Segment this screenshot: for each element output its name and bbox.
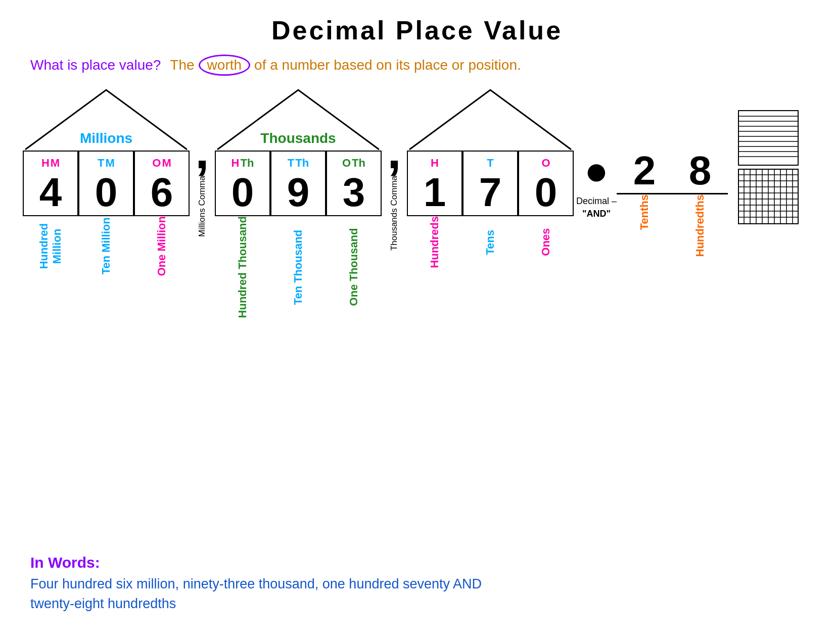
cell-h-header: H <box>431 157 439 170</box>
millions-comma-group: , Millions Comma <box>192 85 212 239</box>
cell-o-header: O <box>541 157 550 170</box>
hundredths-value: 8 <box>672 151 728 194</box>
cell-h-value: 1 <box>424 172 446 213</box>
cell-t: T 7 <box>462 151 518 216</box>
hundred-thousand-label: Hundred Thousand <box>236 216 249 320</box>
cell-hm-m: M <box>51 157 60 170</box>
hundredths-cell: 8 <box>672 151 728 194</box>
millions-comma-symbol: , <box>192 125 212 176</box>
cell-om-m: M <box>162 157 171 170</box>
hundredths-label: Hundredths <box>693 194 707 259</box>
ten-thousand-wrapper: Ten Thousand <box>270 216 326 320</box>
cell-tm-t: T <box>98 157 104 170</box>
subtitle-question: What is place value? <box>30 57 161 73</box>
grid-images <box>738 110 799 224</box>
cell-o-value: 0 <box>535 172 558 213</box>
decimal-and-label: "AND" <box>576 209 617 219</box>
cell-oth: O Th 3 <box>326 151 382 216</box>
cell-tth: T Th 9 <box>270 151 326 216</box>
ten-thousand-label: Ten Thousand <box>292 216 305 320</box>
cell-o: O 0 <box>518 151 574 216</box>
horizontal-grid-img <box>738 110 799 166</box>
cell-t-header: T <box>487 157 493 170</box>
millions-house: Millions <box>20 85 192 151</box>
tens-wrapper: Tens <box>462 216 518 270</box>
cell-tth-t: T <box>288 157 294 170</box>
hundred-million-label: HundredMillion <box>37 216 64 278</box>
cell-hm-h: H <box>41 157 50 170</box>
cell-om: O M 6 <box>134 151 190 216</box>
cell-oth-th: Th <box>352 157 365 170</box>
hundred-million-wrapper: HundredMillion <box>23 216 78 278</box>
cell-hm: H M 4 <box>23 151 78 216</box>
tenths-group: 2 Tenths <box>617 85 672 232</box>
thousands-vert-labels: Hundred Thousand Ten Thousand One Thousa… <box>215 216 382 320</box>
cell-om-o: O <box>152 157 161 170</box>
main-title: Decimal Place Value <box>0 0 834 45</box>
ones-group: H 1 T 7 O 0 <box>404 85 576 270</box>
cell-hm-value: 4 <box>39 172 62 213</box>
worth-circled: worth <box>199 55 250 76</box>
tenths-label-wrapper: Tenths <box>617 194 672 232</box>
cell-hth-value: 0 <box>231 172 254 213</box>
one-million-label: One Million <box>155 216 168 278</box>
thousands-group: Thousands H Th 0 T Th <box>212 85 384 320</box>
thousands-comma-group: , Thousands Comma <box>384 85 404 253</box>
dot-grid-img <box>738 169 799 224</box>
ones-vert-labels: Hundreds Tens Ones <box>407 216 574 270</box>
thousands-comma-label: Thousands Comma <box>389 176 399 253</box>
svg-rect-0 <box>738 111 798 165</box>
hundredths-group: 8 Hundredths <box>672 85 728 259</box>
tenths-label: Tenths <box>638 194 651 232</box>
cell-tm: T M 0 <box>78 151 134 216</box>
decimal-dot-symbol: ● <box>584 151 609 191</box>
ones-label-text: Ones <box>539 216 552 270</box>
page-container: Decimal Place Value What is place value?… <box>0 0 834 320</box>
hundreds-wrapper: Hundreds <box>407 216 462 270</box>
in-words-body: Four hundred six million, ninety-three t… <box>30 574 482 614</box>
cell-tth-value: 9 <box>287 172 310 213</box>
one-thousand-label: One Thousand <box>347 216 360 320</box>
thousands-house: Thousands <box>212 85 384 151</box>
decimal-dot-group: ● Decimal – "AND" <box>576 85 617 219</box>
subtitle-row: What is place value? The worth of a numb… <box>0 45 834 85</box>
thousands-comma-symbol: , <box>384 125 404 176</box>
subtitle-the: The <box>170 57 194 73</box>
ones-label-wrapper: Ones <box>518 216 574 270</box>
ten-million-wrapper: Ten Million <box>78 216 134 278</box>
cell-tm-value: 0 <box>95 172 118 213</box>
decimal-dot-label-area: Decimal – "AND" <box>576 196 617 219</box>
cell-oth-value: 3 <box>343 172 365 213</box>
millions-comma-label: Millions Comma <box>197 176 207 239</box>
cell-tth-th: Th <box>295 157 309 170</box>
cell-t-value: 7 <box>479 172 502 213</box>
thousands-comma-label-wrapper: Thousands Comma <box>384 176 404 253</box>
cell-tm-m: M <box>106 157 115 170</box>
hundredths-label-wrapper: Hundredths <box>672 194 728 259</box>
millions-vert-labels: HundredMillion Ten Million One Million <box>23 216 190 278</box>
one-thousand-wrapper: One Thousand <box>326 216 382 320</box>
thousands-label: Thousands <box>212 130 384 146</box>
tenths-cell: 2 <box>617 151 672 194</box>
hundred-thousand-wrapper: Hundred Thousand <box>215 216 270 320</box>
decimal-dash-label: Decimal – <box>576 196 617 207</box>
tenths-value: 2 <box>617 151 672 194</box>
one-million-wrapper: One Million <box>134 216 190 278</box>
ones-house <box>404 85 576 151</box>
in-words-title: In Words: <box>30 554 482 571</box>
cell-h: H 1 <box>407 151 462 216</box>
hundreds-label: Hundreds <box>428 216 441 270</box>
ones-cells: H 1 T 7 O 0 <box>407 151 574 216</box>
subtitle-rest: of a number based on its place or positi… <box>254 57 521 73</box>
tens-label: Tens <box>484 216 497 270</box>
millions-group: Millions H M 4 T M 0 <box>20 85 192 278</box>
cell-hth: H Th 0 <box>215 151 270 216</box>
millions-cells: H M 4 T M 0 O M <box>23 151 190 216</box>
thousands-cells: H Th 0 T Th 9 O Th <box>215 151 382 216</box>
cell-oth-o: O <box>342 157 351 170</box>
millions-label: Millions <box>20 130 192 146</box>
in-words-section: In Words: Four hundred six million, nine… <box>30 554 482 614</box>
cell-hth-th: Th <box>241 157 254 170</box>
cell-hth-h: H <box>231 157 240 170</box>
ten-million-label: Ten Million <box>100 216 113 278</box>
